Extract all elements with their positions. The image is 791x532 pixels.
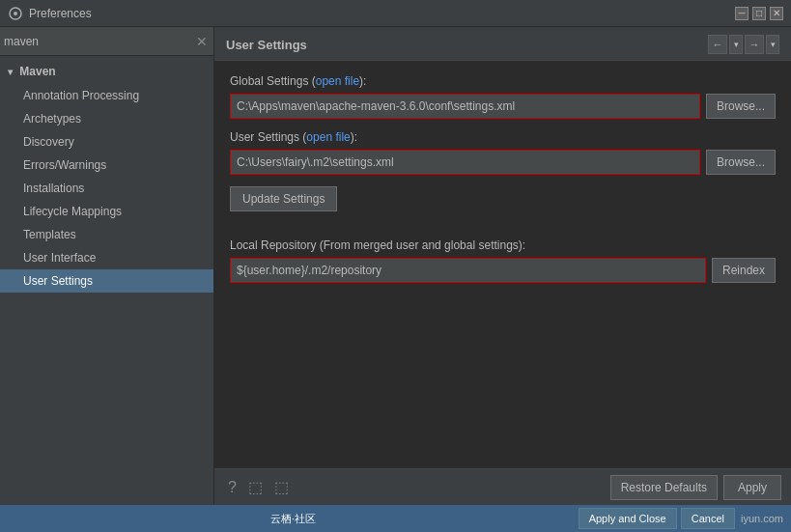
status-bar-buttons: Apply and Close Cancel (579, 508, 735, 529)
restore-defaults-button[interactable]: Restore Defaults (610, 475, 718, 500)
sidebar-item-errors[interactable]: Errors/Warnings (0, 154, 213, 177)
search-input[interactable] (4, 35, 194, 48)
content-title: User Settings (226, 38, 708, 52)
app-icon (8, 6, 23, 21)
svg-point-1 (14, 12, 17, 15)
local-repo-section: Local Repository (From merged user and g… (230, 238, 776, 283)
sidebar-item-user-settings[interactable]: User Settings (0, 269, 213, 293)
sidebar-item-maven[interactable]: ▾ Maven (0, 60, 213, 84)
global-settings-row: Browse... (230, 94, 776, 119)
content-body: Global Settings (open file): Browse... U… (214, 61, 791, 468)
search-clear-icon[interactable]: ✕ (194, 34, 210, 49)
nav-buttons: ← ▾ → ▾ (708, 35, 779, 54)
user-settings-input[interactable] (230, 150, 700, 175)
sidebar: ✕ ▾ Maven Annotation Processing Archetyp… (0, 27, 214, 505)
sidebar-item-annotation[interactable]: Annotation Processing (0, 84, 213, 107)
back-button[interactable]: ← (708, 35, 727, 54)
user-browse-button[interactable]: Browse... (706, 150, 776, 175)
import-button[interactable]: ⬚ (270, 476, 293, 498)
bottom-bar-left: ? ⬚ ⬚ (224, 476, 605, 498)
cancel-button[interactable]: Cancel (681, 508, 735, 529)
reindex-button[interactable]: Reindex (712, 258, 776, 283)
sidebar-item-discovery[interactable]: Discovery (0, 130, 213, 154)
local-repo-input[interactable] (230, 258, 706, 283)
sidebar-tree: ▾ Maven Annotation Processing Archetypes… (0, 56, 213, 505)
update-settings-button[interactable]: Update Settings (230, 186, 337, 211)
close-button[interactable]: ✕ (770, 7, 783, 20)
sidebar-item-templates[interactable]: Templates (0, 223, 213, 246)
status-center-text: 云栖·社区 (270, 512, 316, 526)
user-open-file-link[interactable]: open file (306, 130, 350, 144)
global-browse-button[interactable]: Browse... (706, 94, 776, 119)
local-repo-label: Local Repository (From merged user and g… (230, 238, 776, 252)
back-dropdown-button[interactable]: ▾ (729, 35, 743, 54)
forward-dropdown-button[interactable]: ▾ (766, 35, 779, 54)
title-bar: Preferences ─ □ ✕ (0, 0, 791, 27)
sidebar-item-lifecycle[interactable]: Lifecycle Mappings (0, 200, 213, 223)
help-button[interactable]: ? (224, 476, 240, 498)
expand-arrow-icon: ▾ (8, 67, 13, 77)
search-bar: ✕ (0, 27, 213, 56)
global-open-file-link[interactable]: open file (316, 74, 359, 88)
user-settings-row: Browse... (230, 150, 776, 175)
bottom-bar: ? ⬚ ⬚ Restore Defaults Apply (214, 468, 791, 505)
local-repo-row: Reindex (230, 258, 776, 283)
content-header: User Settings ← ▾ → ▾ (214, 27, 791, 61)
global-settings-label: Global Settings (open file): (230, 74, 776, 88)
export-button[interactable]: ⬚ (244, 476, 267, 498)
maximize-button[interactable]: □ (752, 7, 766, 20)
apply-button[interactable]: Apply (723, 475, 781, 500)
user-settings-label: User Settings (open file): (230, 130, 776, 144)
sidebar-item-installations[interactable]: Installations (0, 177, 213, 200)
window-controls: ─ □ ✕ (735, 7, 783, 20)
status-bar: 云栖·社区 Apply and Close Cancel iyun.com (0, 505, 791, 532)
apply-and-close-button[interactable]: Apply and Close (579, 508, 677, 529)
global-settings-input[interactable] (230, 94, 700, 119)
content-area: User Settings ← ▾ → ▾ Global Settings (o… (214, 27, 791, 505)
window-title: Preferences (29, 7, 735, 20)
status-right-text: iyun.com (741, 513, 783, 524)
sidebar-item-archetypes[interactable]: Archetypes (0, 107, 213, 130)
main-container: ✕ ▾ Maven Annotation Processing Archetyp… (0, 27, 791, 505)
minimize-button[interactable]: ─ (735, 7, 749, 20)
forward-button[interactable]: → (745, 35, 764, 54)
sidebar-item-ui[interactable]: User Interface (0, 246, 213, 269)
